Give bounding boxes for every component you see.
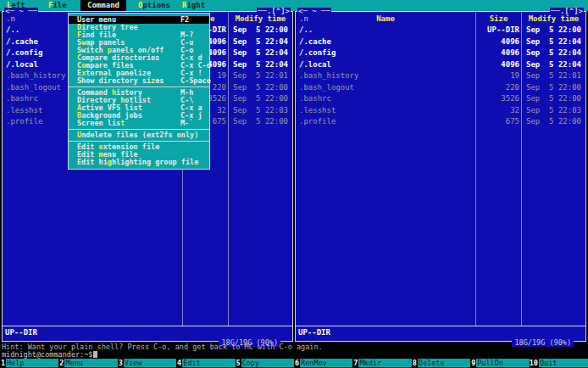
file-name: .bash_logout xyxy=(296,82,476,94)
menubar-item-command[interactable]: Command xyxy=(80,0,126,11)
menu-shortcut: F2 xyxy=(180,16,189,24)
fkey-number: 5 xyxy=(236,359,241,367)
file-row-local[interactable]: /.local4096Sep 5 22:04 xyxy=(296,59,585,71)
hotkey-letter: g xyxy=(108,158,112,166)
menubar-item-file[interactable]: File xyxy=(48,0,67,11)
panel-right: <─ ~ ── ──.[^]> .n Name Size Modify time… xyxy=(295,11,586,342)
file-size: 19 xyxy=(477,70,522,82)
menu-item-edit-highlighting-group-file[interactable]: Edit highlighting group file xyxy=(69,159,209,166)
fkey-number: 10 xyxy=(530,359,539,367)
file-mtime: Sep 5 22:03 xyxy=(523,105,585,117)
shell-prompt[interactable]: midnight@commander:~$ xyxy=(2,351,586,359)
file-row-item[interactable]: /..UP--DIRSep 5 22:00 xyxy=(296,25,585,36)
file-row-lesshst[interactable]: .lesshst32Sep 5 22:03 xyxy=(296,105,585,117)
file-name: .bashrc xyxy=(296,93,476,105)
file-mtime: Sep 5 22:03 xyxy=(230,105,292,117)
fkey-label: Copy xyxy=(241,359,294,367)
fkey-6-renmov[interactable]: 6RenMov xyxy=(294,359,352,367)
menu-shortcut: C-Space xyxy=(180,77,211,85)
file-name: /.. xyxy=(296,25,476,36)
fkey-label: PullDn xyxy=(476,359,529,367)
column-header-mtime[interactable]: Modify time xyxy=(229,14,292,24)
file-mtime: Sep 5 22:01 xyxy=(230,70,292,82)
menu-bar: LeftFileCommandOptionsRight xyxy=(0,0,588,11)
fkey-number: 4 xyxy=(176,359,182,367)
file-size: 4096 xyxy=(477,59,522,71)
fkey-2-menu[interactable]: 2Menu xyxy=(58,359,117,367)
fkey-label: RenMov xyxy=(300,359,352,367)
file-name: .bash_history xyxy=(296,70,476,82)
column-header-mtime[interactable]: Modify time xyxy=(522,14,585,24)
fkey-number: 9 xyxy=(470,359,476,367)
file-mtime: Sep 5 22:00 xyxy=(523,82,585,94)
file-name: /.config xyxy=(296,47,476,59)
fkey-10-quit[interactable]: 10Quit xyxy=(530,359,588,367)
column-header-size[interactable]: Size xyxy=(476,14,521,24)
fkey-label: Help xyxy=(6,359,58,367)
fkey-number: 1 xyxy=(0,359,6,367)
file-size: 3526 xyxy=(477,93,522,105)
file-mtime: Sep 5 22:04 xyxy=(230,59,292,71)
fkey-7-mkdir[interactable]: 7Mkdir xyxy=(352,359,411,367)
ministatus-separator xyxy=(3,326,292,326)
command-dropdown-menu: User menuF2Directory treeFind fileM-?Swa… xyxy=(68,13,210,170)
fkey-number: 8 xyxy=(412,359,418,367)
panel-right-header: .n Name Size Modify time xyxy=(296,14,585,24)
fkey-number: 3 xyxy=(118,359,124,367)
fkey-9-pulldn[interactable]: 9PullDn xyxy=(470,359,529,367)
column-header-name[interactable]: Name xyxy=(296,14,475,24)
ministatus: UP--DIR xyxy=(5,327,37,338)
file-mtime: Sep 5 22:01 xyxy=(523,70,585,82)
column-separator xyxy=(475,13,476,326)
hotkey-letter: z xyxy=(151,76,155,85)
menu-shortcut: M-` xyxy=(180,120,193,127)
file-mtime: Sep 5 22:00 xyxy=(230,116,292,128)
hotkey-letter: R xyxy=(182,1,186,9)
file-name: .profile xyxy=(296,116,476,128)
file-row-cache[interactable]: /.cache4096Sep 5 22:04 xyxy=(296,36,585,48)
fkey-1-help[interactable]: 1Help xyxy=(0,359,58,367)
file-size: UP--DIR xyxy=(477,25,522,36)
file-mtime: Sep 5 22:04 xyxy=(523,59,585,71)
menu-item-show-directory-sizes[interactable]: Show directory sizesC-Space xyxy=(69,77,209,85)
fkey-label: Menu xyxy=(64,359,117,367)
hotkey-letter: F xyxy=(48,1,53,9)
fkey-3-view[interactable]: 3View xyxy=(118,359,176,367)
fkey-label: View xyxy=(124,359,176,367)
column-separator xyxy=(228,13,229,326)
file-mtime: Sep 5 22:00 xyxy=(230,82,292,94)
file-row-config[interactable]: /.config4096Sep 5 22:04 xyxy=(296,47,585,59)
file-size: 220 xyxy=(477,82,522,94)
fkey-8-delete[interactable]: 8Delete xyxy=(412,359,470,367)
file-size: 32 xyxy=(477,105,522,117)
hotkey-letter: t xyxy=(120,119,125,127)
ministatus-separator xyxy=(296,326,585,326)
text-cursor xyxy=(93,351,97,358)
midnight-commander-screen: { "menubar": { "items": [ {"pre":"","hot… xyxy=(0,0,588,368)
menubar-item-right[interactable]: Right xyxy=(182,0,205,11)
menu-item-undelete-files-ext2fs-only[interactable]: Undelete files (ext2fs only) xyxy=(69,131,209,139)
menubar-item-options[interactable]: Options xyxy=(138,0,170,11)
fkey-4-edit[interactable]: 4Edit xyxy=(176,359,235,367)
file-mtime: Sep 5 22:04 xyxy=(230,47,292,59)
file-row-bash-history[interactable]: .bash_history19Sep 5 22:01 xyxy=(296,70,585,82)
prompt-text: midnight@commander:~$ xyxy=(2,350,92,359)
file-mtime: Sep 5 22:04 xyxy=(230,36,292,48)
fkey-number: 6 xyxy=(294,359,300,367)
fkey-label: Mkdir xyxy=(358,359,411,367)
ministatus: UP--DIR xyxy=(298,327,330,338)
file-list: /..UP--DIRSep 5 22:00/.cache4096Sep 5 22… xyxy=(296,25,585,128)
menu-item-screen-list[interactable]: Screen listM-` xyxy=(69,120,209,127)
fkey-5-copy[interactable]: 5Copy xyxy=(236,359,294,367)
file-row-profile[interactable]: .profile675Sep 5 22:00 xyxy=(296,116,585,128)
file-mtime: Sep 5 22:00 xyxy=(523,116,585,128)
fkey-label: Quit xyxy=(539,359,588,367)
function-key-bar: 1Help2Menu3View4Edit5Copy6RenMov7Mkdir8D… xyxy=(0,359,588,368)
file-mtime: Sep 5 22:00 xyxy=(230,93,292,105)
file-name: .lesshst xyxy=(296,105,476,117)
file-row-bashrc[interactable]: .bashrc3526Sep 5 22:00 xyxy=(296,93,585,105)
hotkey-letter: C xyxy=(87,1,92,9)
hotkey-letter: O xyxy=(138,1,142,9)
file-name: /.local xyxy=(296,59,476,71)
file-row-bash-logout[interactable]: .bash_logout220Sep 5 22:00 xyxy=(296,82,585,94)
